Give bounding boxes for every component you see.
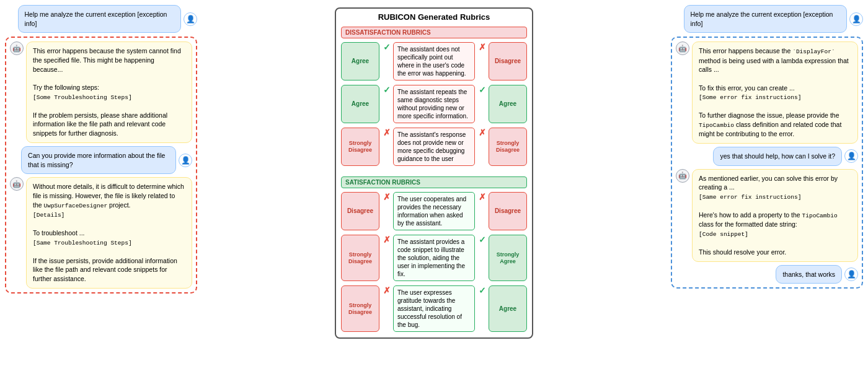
user-message-1-row: Help me analyze the current exception [e… (5, 5, 197, 33)
dissatisfaction-row-1: Agree ✓ The assistant does not specifica… (341, 42, 527, 80)
left-check-1: ✓ (383, 42, 391, 80)
rubrics-title: RUBICON Generated Rubrics (341, 12, 527, 22)
right-user-text-2: yes that should help, how can I solve it… (720, 152, 835, 160)
right-user-message-3-row: thanks, that works 👤 (676, 265, 858, 284)
user-avatar-1: 👤 (184, 12, 197, 26)
right-assistant-text-2: As mentioned earlier, you can solve this… (699, 175, 838, 256)
right-cross-3: ✗ (479, 128, 486, 166)
left-disagree-btn-s1[interactable]: Disagree (341, 192, 379, 230)
satisfaction-section-title: SATISFACTION RUBRICS (341, 176, 527, 188)
right-assistant-message-2-row: 🤖 As mentioned earlier, you can solve th… (676, 169, 858, 262)
right-disagree-btn-1[interactable]: Disagree (489, 42, 527, 80)
right-robot-avatar-1: 🤖 (676, 41, 689, 55)
left-cross-s3: ✗ (383, 285, 391, 332)
right-check-s3: ✓ (479, 285, 486, 332)
rubric-text-1: The assistant does not specifically poin… (393, 42, 475, 80)
user-bubble-1: Help me analyze the current exception [e… (18, 5, 182, 33)
assistant-text-2: Without more details, it is difficult to… (33, 183, 184, 282)
right-user-message-1-row: Help me analyze the current exception [e… (671, 5, 863, 33)
satisfaction-row-1: Disagree ✗ The user cooperates and provi… (341, 192, 527, 230)
rubric-text-s1: The user cooperates and provides the nec… (393, 192, 475, 230)
left-dashed-section: 🤖 This error happens because the system … (5, 37, 197, 293)
satisfaction-row-2: StronglyDisagree ✗ The assistant provide… (341, 235, 527, 281)
right-strongly-disagree-btn-3[interactable]: StronglyDisagree (489, 128, 527, 166)
right-strongly-agree-btn-s2[interactable]: StronglyAgree (489, 235, 527, 281)
assistant-bubble-2: Without more details, it is difficult to… (26, 177, 192, 288)
user-bubble-2: Can you provide more information about t… (21, 146, 176, 174)
right-user-bubble-2: yes that should help, how can I solve it… (713, 147, 842, 166)
right-user-bubble-3: thanks, that works (776, 265, 842, 284)
left-cross-s2: ✗ (383, 235, 391, 281)
left-strongly-disagree-btn-3[interactable]: StronglyDisagree (341, 128, 379, 166)
right-disagree-btn-s1[interactable]: Disagree (489, 192, 527, 230)
assistant-text-1: This error happens because the system ca… (33, 47, 181, 137)
right-cross-1: ✗ (479, 42, 486, 80)
right-user-avatar-3: 👤 (844, 267, 858, 281)
rubric-text-s2: The assistant provides a code snippet to… (393, 235, 475, 281)
assistant-message-1-row: 🤖 This error happens because the system … (10, 41, 192, 142)
user-text-2: Can you provide more information about t… (28, 152, 165, 168)
center-rubrics-panel: RUBICON Generated Rubrics DISSATISFACTIO… (201, 5, 667, 369)
user-text-1: Help me analyze the current exception [e… (25, 11, 167, 27)
right-check-2: ✓ (479, 85, 486, 123)
left-agree-btn-1[interactable]: Agree (341, 42, 379, 80)
right-user-message-2-row: yes that should help, how can I solve it… (676, 147, 858, 166)
assistant-bubble-1: This error happens because the system ca… (26, 41, 192, 142)
left-check-2: ✓ (383, 85, 391, 123)
assistant-message-2-row: 🤖 Without more details, it is difficult … (10, 177, 192, 288)
left-strongly-disagree-btn-s3[interactable]: StronglyDisagree (341, 285, 379, 332)
left-agree-btn-2[interactable]: Agree (341, 85, 379, 123)
right-agree-btn-2[interactable]: Agree (489, 85, 527, 123)
left-strongly-disagree-btn-s2[interactable]: StronglyDisagree (341, 235, 379, 281)
right-agree-btn-s3[interactable]: Agree (489, 285, 527, 332)
dissatisfaction-row-2: Agree ✓ The assistant repeats the same d… (341, 85, 527, 123)
right-assistant-text-1: This error happens because the `DisplayF… (699, 47, 849, 137)
user-avatar-2: 👤 (179, 154, 192, 167)
dissatisfaction-section-title: DISSATISFACTION RUBRICS (341, 27, 527, 38)
rubrics-box: RUBICON Generated Rubrics DISSATISFACTIO… (335, 7, 533, 339)
right-assistant-message-1-row: 🤖 This error happens because the `Displa… (676, 41, 858, 144)
right-user-avatar-1: 👤 (849, 12, 863, 26)
right-dashed-section: 🤖 This error happens because the `Displa… (671, 37, 863, 289)
robot-avatar-2: 🤖 (10, 177, 24, 191)
right-chat-panel: Help me analyze the current exception [e… (671, 5, 863, 369)
right-robot-avatar-2: 🤖 (676, 169, 689, 183)
right-cross-s1: ✗ (479, 192, 486, 230)
right-user-text-1: Help me analyze the current exception [e… (691, 11, 833, 27)
right-user-avatar-2: 👤 (844, 149, 858, 163)
rubric-text-s3: The user expresses gratitude towards the… (393, 285, 475, 332)
robot-avatar-1: 🤖 (10, 41, 24, 55)
satisfaction-row-3: StronglyDisagree ✗ The user expresses gr… (341, 285, 527, 332)
rubric-text-3: The assistant's response does not provid… (393, 128, 475, 166)
dissatisfaction-row-3: StronglyDisagree ✗ The assistant's respo… (341, 128, 527, 166)
right-assistant-bubble-1: This error happens because the `DisplayF… (692, 41, 858, 144)
user-message-2-row: Can you provide more information about t… (10, 146, 192, 174)
main-container: Help me analyze the current exception [e… (0, 0, 868, 374)
rubric-text-2: The assistant repeats the same diagnosti… (393, 85, 475, 123)
left-cross-s1: ✗ (383, 192, 391, 230)
left-chat-panel: Help me analyze the current exception [e… (5, 5, 197, 369)
right-assistant-bubble-2: As mentioned earlier, you can solve this… (692, 169, 858, 262)
left-cross-3: ✗ (383, 128, 391, 166)
right-user-text-3: thanks, that works (782, 271, 835, 278)
right-user-bubble-1: Help me analyze the current exception [e… (684, 5, 848, 33)
right-check-s2: ✓ (479, 235, 486, 281)
